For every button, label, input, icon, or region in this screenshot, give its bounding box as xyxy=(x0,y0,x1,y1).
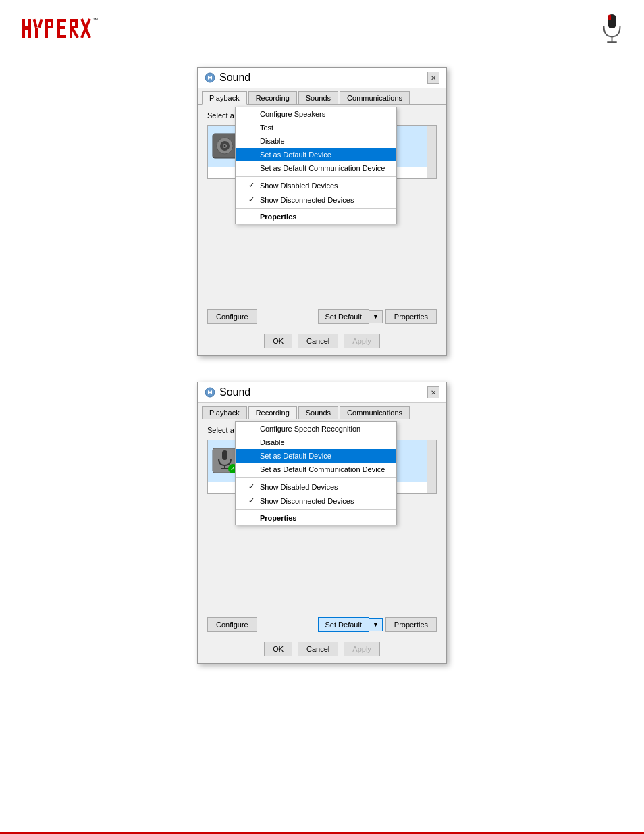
ctx-disable-2[interactable]: Disable xyxy=(236,436,396,449)
tab-recording-2[interactable]: Recording xyxy=(248,406,297,419)
scrollbar-1[interactable] xyxy=(427,126,436,178)
properties-btn-1[interactable]: Properties xyxy=(385,309,437,324)
ctx-properties-2[interactable]: Properties xyxy=(236,511,396,525)
logo-svg: ™ xyxy=(20,14,101,44)
svg-rect-5 xyxy=(35,28,38,38)
svg-rect-11 xyxy=(57,19,66,22)
btn-group-2: Set Default ▼ Properties xyxy=(318,617,437,632)
sound-icon-1 xyxy=(205,72,215,83)
svg-rect-17 xyxy=(75,19,78,28)
ctx-disable-1[interactable]: Disable xyxy=(236,134,396,148)
ok-btn-1[interactable]: OK xyxy=(264,334,292,348)
dialog-ok-cancel-1: OK Cancel Apply xyxy=(198,330,446,355)
dialog-title-left-1: Sound xyxy=(205,72,250,84)
ctx-separator-1a xyxy=(236,176,396,177)
dialog-title-left-2: Sound xyxy=(205,386,250,398)
dialog-body-2: Select a recording device below to modif… xyxy=(198,419,446,612)
set-default-arrow-1[interactable]: ▼ xyxy=(369,310,383,323)
microphone-header-icon xyxy=(600,12,624,45)
ctx-set-default-comm-2[interactable]: Set as Default Communication Device xyxy=(236,463,396,476)
dialog-close-btn-1[interactable]: ✕ xyxy=(427,72,439,84)
svg-rect-4 xyxy=(38,18,43,28)
apply-btn-2[interactable]: Apply xyxy=(344,642,380,656)
ctx-separator-2a xyxy=(236,477,396,478)
ctx-configure-speakers[interactable]: Configure Speakers xyxy=(236,107,396,121)
ctx-set-default-1[interactable]: Set as Default Device xyxy=(236,148,396,161)
sound-icon-2 xyxy=(205,387,215,398)
set-default-btn-1[interactable]: Set Default xyxy=(318,309,369,324)
configure-btn-2[interactable]: Configure xyxy=(207,617,257,632)
ctx-show-disabled-2[interactable]: ✓ Show Disabled Devices xyxy=(236,479,396,494)
properties-btn-2[interactable]: Properties xyxy=(385,617,437,632)
dialog-body-1: Select a playback device below to modify… xyxy=(198,105,446,304)
playback-dialog-wrapper: Sound ✕ Playback Recording Sounds Commun… xyxy=(197,67,447,368)
header: ™ xyxy=(0,0,644,53)
tab-recording-1[interactable]: Recording xyxy=(248,91,297,104)
configure-btn-1[interactable]: Configure xyxy=(207,309,257,324)
dialog-buttons-1: Configure Set Default ▼ Properties xyxy=(198,304,446,330)
set-default-arrow-2[interactable]: ▼ xyxy=(369,618,383,631)
dialog-tabs-1: Playback Recording Sounds Communications xyxy=(198,88,446,105)
ctx-configure-speech[interactable]: Configure Speech Recognition xyxy=(236,422,396,436)
dialog-title-text-2: Sound xyxy=(219,386,250,398)
ctx-set-default-comm-1[interactable]: Set as Default Communication Device xyxy=(236,161,396,175)
svg-text:™: ™ xyxy=(92,17,98,23)
set-default-group-1: Set Default ▼ xyxy=(318,309,383,324)
ctx-separator-1b xyxy=(236,208,396,209)
dialog-close-btn-2[interactable]: ✕ xyxy=(427,386,439,398)
dialogs-container: Sound ✕ Playback Recording Sounds Commun… xyxy=(0,53,644,689)
tab-communications-1[interactable]: Communications xyxy=(340,91,410,104)
dialog-buttons-2: Configure Set Default ▼ Properties xyxy=(198,612,446,637)
dialog-titlebar-1: Sound ✕ xyxy=(198,68,446,88)
apply-btn-1[interactable]: Apply xyxy=(344,334,380,348)
ctx-show-disabled-1[interactable]: ✓ Show Disabled Devices xyxy=(236,178,396,192)
svg-rect-34 xyxy=(222,450,227,460)
scrollbar-2[interactable] xyxy=(427,440,436,493)
set-default-group-2: Set Default ▼ xyxy=(318,617,383,632)
svg-rect-13 xyxy=(57,35,66,38)
ok-btn-2[interactable]: OK xyxy=(264,642,292,656)
context-menu-1: Configure Speakers Test Disable Set as D… xyxy=(235,107,397,224)
svg-point-31 xyxy=(224,145,226,147)
dialog-tabs-2: Playback Recording Sounds Communications xyxy=(198,403,446,419)
btn-group-1: Set Default ▼ Properties xyxy=(318,309,437,324)
recording-dialog-wrapper: Sound ✕ Playback Recording Sounds Commun… xyxy=(197,382,447,676)
tab-playback-2[interactable]: Playback xyxy=(202,406,247,419)
tab-sounds-1[interactable]: Sounds xyxy=(298,91,338,104)
dialog-ok-cancel-2: OK Cancel Apply xyxy=(198,637,446,663)
ctx-show-disconnected-1[interactable]: ✓ Show Disconnected Devices xyxy=(236,192,396,207)
tab-communications-2[interactable]: Communications xyxy=(340,406,410,419)
tab-playback-1[interactable]: Playback xyxy=(202,91,247,105)
cancel-btn-1[interactable]: Cancel xyxy=(298,334,338,348)
ctx-separator-2b xyxy=(236,509,396,510)
svg-rect-3 xyxy=(33,18,38,28)
svg-line-18 xyxy=(72,28,78,38)
hyperx-logo: ™ xyxy=(20,14,101,44)
ctx-properties-1[interactable]: Properties xyxy=(236,210,396,224)
cancel-btn-2[interactable]: Cancel xyxy=(298,642,338,656)
ctx-test[interactable]: Test xyxy=(236,121,396,134)
ctx-show-disconnected-2[interactable]: ✓ Show Disconnected Devices xyxy=(236,494,396,508)
svg-rect-23 xyxy=(608,15,611,20)
svg-rect-12 xyxy=(57,26,65,29)
dialog-titlebar-2: Sound ✕ xyxy=(198,382,446,403)
speaker-icon-1 xyxy=(212,133,238,159)
svg-rect-9 xyxy=(51,19,53,28)
sound-dialog-playback: Sound ✕ Playback Recording Sounds Commun… xyxy=(197,67,447,356)
ctx-set-default-2[interactable]: Set as Default Device xyxy=(236,449,396,463)
tab-sounds-2[interactable]: Sounds xyxy=(298,406,338,419)
dialog-title-text-1: Sound xyxy=(219,72,250,84)
set-default-btn-2[interactable]: Set Default xyxy=(318,617,369,632)
svg-rect-2 xyxy=(28,19,31,38)
sound-dialog-recording: Sound ✕ Playback Recording Sounds Commun… xyxy=(197,382,447,664)
context-menu-2: Configure Speech Recognition Disable Set… xyxy=(235,421,397,525)
